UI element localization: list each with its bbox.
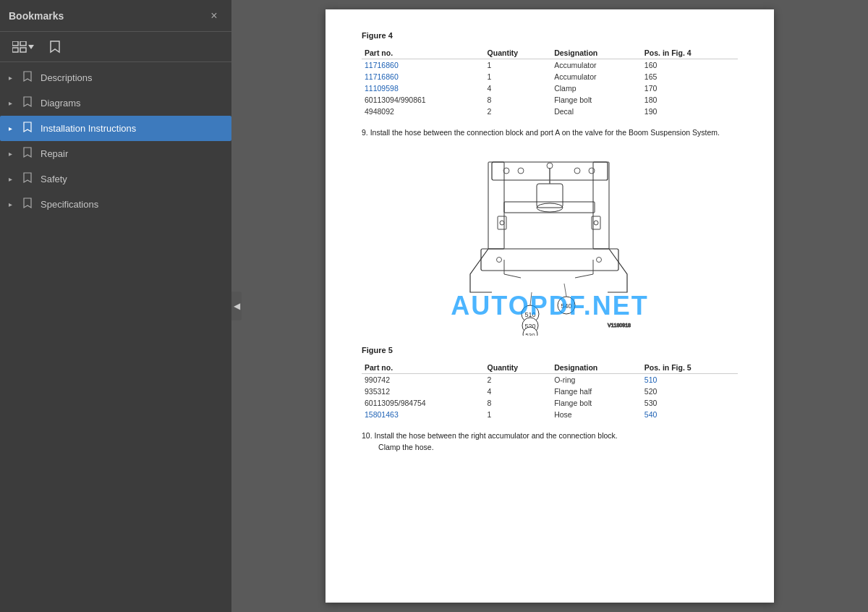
sidebar-toolbar — [0, 32, 231, 62]
table-row: 935312 4 Flange half 520 — [362, 386, 738, 397]
part-no: 4948092 — [362, 106, 485, 117]
table-row: 4948092 2 Decal 190 — [362, 106, 738, 117]
col-part-no-4: Part no. — [362, 47, 485, 59]
designation: Flange bolt — [551, 94, 642, 106]
chevron-icon: ▸ — [9, 200, 17, 208]
col-pos-4: Pos. in Fig. 4 — [642, 47, 738, 59]
sidebar-item-safety[interactable]: ▸ Safety — [0, 166, 231, 192]
figure5-table: Part no. Quantity Designation Pos. in Fi… — [362, 362, 738, 420]
sidebar-title: Bookmarks — [9, 10, 64, 22]
table-row: 11109598 4 Clamp 170 — [362, 82, 738, 94]
sidebar-item-descriptions[interactable]: ▸ Descriptions — [0, 65, 231, 90]
bookmark-icon — [23, 122, 35, 135]
bookmark-icon-button[interactable] — [45, 37, 65, 57]
layout-view-button[interactable] — [7, 38, 39, 56]
main-content: Figure 4 Part no. Quantity Designation P… — [231, 0, 868, 612]
table-row: 15801463 1 Hose 540 — [362, 409, 738, 420]
designation: O-ring — [551, 373, 642, 386]
quantity: 1 — [485, 59, 552, 72]
instruction-10-line1: 10. Install the hose between the right a… — [362, 430, 738, 454]
figure5-label: Figure 5 — [362, 346, 738, 354]
col-qty-5: Quantity — [485, 362, 552, 374]
pdf-page: Figure 4 Part no. Quantity Designation P… — [326, 9, 774, 603]
table-row: 990742 2 O-ring 510 — [362, 373, 738, 386]
quantity: 4 — [485, 82, 552, 94]
bookmark-icon — [50, 41, 60, 54]
figure4-label: Figure 4 — [362, 31, 738, 40]
part-no[interactable]: 11716860 — [362, 71, 485, 82]
col-qty-4: Quantity — [485, 47, 552, 59]
position: 520 — [642, 386, 738, 397]
bookmark-icon — [23, 197, 35, 211]
chevron-icon: ▸ — [9, 124, 17, 132]
sidebar: Bookmarks × ▸ Descr — [0, 0, 231, 612]
sidebar-item-label: Diagrams — [41, 98, 81, 109]
part-no[interactable]: 15801463 — [362, 409, 485, 420]
sidebar-item-label: Descriptions — [41, 72, 93, 83]
bookmark-icon — [23, 96, 35, 110]
designation: Hose — [551, 409, 642, 420]
table-row: 11716860 1 Accumulator 160 — [362, 59, 738, 72]
sidebar-header: Bookmarks × — [0, 0, 231, 32]
position: 190 — [642, 106, 738, 117]
svg-text:V1180918: V1180918 — [608, 323, 631, 328]
svg-marker-4 — [28, 45, 34, 49]
sidebar-item-repair[interactable]: ▸ Repair — [0, 141, 231, 166]
collapse-sidebar-button[interactable]: ◀ — [231, 292, 242, 320]
sidebar-item-label: Specifications — [41, 199, 98, 210]
quantity: 1 — [485, 71, 552, 82]
part-no: 60113095/984754 — [362, 397, 485, 409]
position: 530 — [642, 397, 738, 409]
sidebar-item-label: Repair — [41, 148, 68, 159]
position: 160 — [642, 59, 738, 72]
chevron-icon: ▸ — [9, 150, 17, 158]
svg-text:540: 540 — [561, 302, 571, 310]
position[interactable]: 510 — [642, 373, 738, 386]
close-button[interactable]: × — [205, 7, 223, 25]
designation: Clamp — [551, 82, 642, 94]
bookmark-icon — [23, 147, 35, 161]
sidebar-item-specifications[interactable]: ▸ Specifications — [0, 192, 231, 217]
quantity: 8 — [485, 94, 552, 106]
quantity: 2 — [485, 373, 552, 386]
svg-text:530: 530 — [525, 332, 535, 336]
sidebar-item-installation[interactable]: ▸ Installation Instructions — [0, 116, 231, 141]
col-pos-5: Pos. in Fig. 5 — [642, 362, 738, 374]
part-no[interactable]: 11716860 — [362, 59, 485, 72]
col-designation-5: Designation — [551, 362, 642, 374]
figure4-drawing: V1180918 510 540 520 530 — [362, 148, 738, 336]
quantity: 4 — [485, 386, 552, 397]
svg-rect-3 — [20, 48, 26, 52]
sidebar-item-label: Installation Instructions — [41, 123, 136, 134]
dropdown-arrow-icon — [28, 44, 34, 50]
position: 180 — [642, 94, 738, 106]
bookmark-icon — [23, 172, 35, 186]
grid-icon — [12, 41, 27, 53]
figure4-table: Part no. Quantity Designation Pos. in Fi… — [362, 47, 738, 117]
part-no: 935312 — [362, 386, 485, 397]
sidebar-item-diagrams[interactable]: ▸ Diagrams — [0, 90, 231, 116]
position[interactable]: 540 — [642, 409, 738, 420]
sidebar-item-label: Safety — [41, 174, 67, 184]
designation: Flange bolt — [551, 397, 642, 409]
part-no[interactable]: 11109598 — [362, 82, 485, 94]
chevron-icon: ▸ — [9, 99, 17, 107]
bookmark-list: ▸ Descriptions ▸ Diagrams ▸ Installation… — [0, 62, 231, 612]
bookmark-icon — [23, 71, 35, 85]
part-no: 60113094/990861 — [362, 94, 485, 106]
designation: Decal — [551, 106, 642, 117]
quantity: 8 — [485, 397, 552, 409]
svg-rect-1 — [20, 41, 26, 46]
quantity: 1 — [485, 409, 552, 420]
designation: Accumulator — [551, 59, 642, 72]
table-row: 60113094/990861 8 Flange bolt 180 — [362, 94, 738, 106]
table-row: 60113095/984754 8 Flange bolt 530 — [362, 397, 738, 409]
position: 170 — [642, 82, 738, 94]
chevron-icon: ▸ — [9, 175, 17, 183]
table-row: 11716860 1 Accumulator 165 — [362, 71, 738, 82]
designation: Flange half — [551, 386, 642, 397]
position: 165 — [642, 71, 738, 82]
col-designation-4: Designation — [551, 47, 642, 59]
designation: Accumulator — [551, 71, 642, 82]
chevron-icon: ▸ — [9, 74, 17, 82]
